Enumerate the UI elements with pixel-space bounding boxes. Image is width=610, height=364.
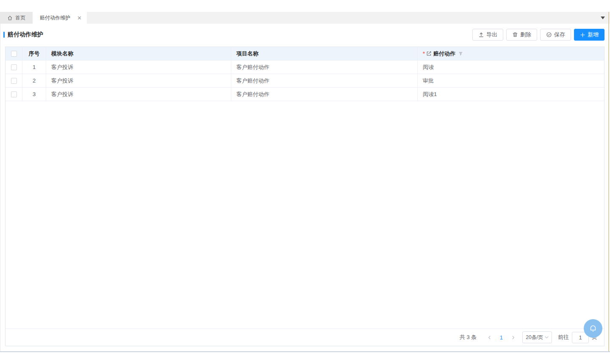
tabbar-dropdown-caret[interactable] xyxy=(596,12,610,24)
save-button-label: 保存 xyxy=(554,31,565,39)
page-size-value: 20条/页 xyxy=(526,334,543,341)
page-number-1[interactable]: 1 xyxy=(495,334,507,341)
toolbar: 导出 删除 保存 新增 xyxy=(472,29,604,41)
required-mark: * xyxy=(423,50,425,57)
home-icon xyxy=(7,15,13,21)
pagination-total: 共 3 条 xyxy=(460,334,477,341)
prev-page-button[interactable] xyxy=(483,331,495,343)
check-circle-icon xyxy=(546,32,552,38)
row-checkbox[interactable] xyxy=(11,64,17,70)
row-checkbox[interactable] xyxy=(11,78,17,84)
add-button-label: 新增 xyxy=(588,31,599,39)
header-action: * 赔付动作 xyxy=(418,47,604,60)
row-action[interactable]: 阅读1 xyxy=(418,88,604,101)
title-wrap: 赔付动作维护 xyxy=(3,31,43,39)
plus-icon xyxy=(580,32,585,38)
chevron-left-icon xyxy=(487,335,492,340)
table-panel: 序号 模块名称 项目名称 * 赔付动作 1 客户投诉 客户赔付动作 阅读 xyxy=(5,47,604,346)
header-action-label: 赔付动作 xyxy=(433,50,455,58)
row-checkbox-cell xyxy=(6,88,22,101)
tab-home[interactable]: 首页 xyxy=(0,12,33,24)
row-checkbox-cell xyxy=(6,74,22,87)
select-all-checkbox[interactable] xyxy=(11,51,17,57)
row-checkbox[interactable] xyxy=(11,91,17,97)
page-header: 赔付动作维护 导出 删除 保存 xyxy=(0,24,610,46)
row-index: 3 xyxy=(22,88,46,101)
header-checkbox-cell xyxy=(6,47,22,60)
delete-button-label: 删除 xyxy=(520,31,531,39)
row-module: 客户投诉 xyxy=(46,74,231,87)
table-header-row: 序号 模块名称 项目名称 * 赔付动作 xyxy=(6,47,604,61)
caret-down-icon xyxy=(601,17,605,19)
row-action[interactable]: 阅读 xyxy=(418,61,604,74)
row-project: 客户赔付动作 xyxy=(231,88,418,101)
header-module: 模块名称 xyxy=(46,47,231,60)
window-left-edge xyxy=(0,12,0,351)
row-action[interactable]: 审批 xyxy=(418,74,604,87)
row-checkbox-cell xyxy=(6,61,22,74)
tab-home-label: 首页 xyxy=(15,14,25,22)
tab-close-icon[interactable]: ✕ xyxy=(77,15,82,21)
page-title: 赔付动作维护 xyxy=(8,31,43,39)
window-right-edge xyxy=(608,12,609,351)
app-window: 首页 赔付动作维护 ✕ 赔付动作维护 导出 删 xyxy=(0,0,610,364)
row-module: 客户投诉 xyxy=(46,61,231,74)
next-page-button[interactable] xyxy=(507,331,519,343)
export-button[interactable]: 导出 xyxy=(472,29,503,41)
table-empty-area xyxy=(6,101,604,328)
tab-bar: 首页 赔付动作维护 ✕ xyxy=(0,12,610,24)
chevron-right-icon xyxy=(511,335,516,340)
header-project: 项目名称 xyxy=(231,47,418,60)
edit-icon xyxy=(426,51,432,56)
pagination-bar: 共 3 条 1 20条/页 前往 页 xyxy=(6,328,604,346)
row-project: 客户赔付动作 xyxy=(231,61,418,74)
row-index: 2 xyxy=(22,74,46,87)
row-index: 1 xyxy=(22,61,46,74)
add-button[interactable]: 新增 xyxy=(574,29,604,41)
notification-fab[interactable] xyxy=(584,319,602,338)
bell-icon xyxy=(588,324,598,333)
table-row: 3 客户投诉 客户赔付动作 阅读1 xyxy=(6,88,604,101)
header-index: 序号 xyxy=(22,47,46,60)
save-button[interactable]: 保存 xyxy=(540,29,571,41)
table-row: 1 客户投诉 客户赔付动作 阅读 xyxy=(6,61,604,74)
table-row: 2 客户投诉 客户赔付动作 审批 xyxy=(6,74,604,88)
row-module: 客户投诉 xyxy=(46,88,231,101)
goto-label: 前往 xyxy=(558,334,569,341)
export-icon xyxy=(478,32,484,38)
title-accent-bar xyxy=(3,32,5,38)
tab-claim-action-maintenance[interactable]: 赔付动作维护 ✕ xyxy=(33,12,87,24)
filter-icon[interactable] xyxy=(458,51,463,56)
trash-icon xyxy=(512,32,518,38)
select-caret-icon xyxy=(545,336,549,339)
page-size-select[interactable]: 20条/页 xyxy=(522,331,552,343)
row-project: 客户赔付动作 xyxy=(231,74,418,87)
window-bottom-edge xyxy=(0,351,610,352)
export-button-label: 导出 xyxy=(486,31,497,39)
delete-button[interactable]: 删除 xyxy=(506,29,537,41)
tab-active-label: 赔付动作维护 xyxy=(40,14,70,22)
